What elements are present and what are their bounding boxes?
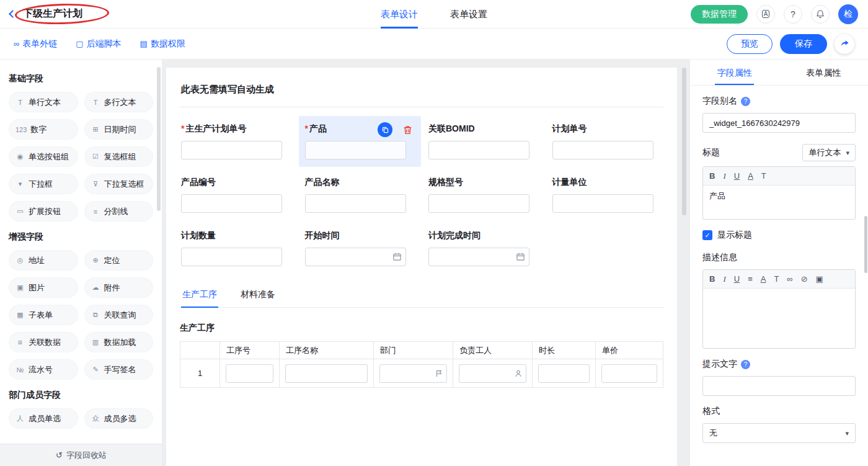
field-product-name-input[interactable] — [305, 194, 406, 213]
sidebar-item-data-load[interactable]: ▥数据加载 — [84, 332, 154, 352]
sidebar-item-signature[interactable]: ✎手写签名 — [84, 359, 154, 380]
field-product-code[interactable]: 产品编号 — [181, 177, 291, 213]
field-plan-qty-input[interactable] — [181, 248, 282, 266]
preview-button[interactable]: 预览 — [727, 34, 773, 54]
link-icon[interactable]: ∞ — [787, 274, 792, 284]
show-title-checkbox[interactable]: ✓ — [702, 230, 712, 240]
data-manage-button[interactable]: 数据管理 — [691, 5, 748, 24]
field-start-time-input[interactable] — [305, 248, 406, 266]
field-product-selected[interactable]: 产品 — [299, 116, 422, 167]
underline-icon[interactable]: U — [734, 171, 740, 181]
field-alias-input[interactable] — [702, 113, 856, 133]
sidebar-item-image[interactable]: ▣图片 — [9, 277, 78, 298]
tab-form-properties[interactable]: 表单属性 — [779, 60, 868, 85]
sidebar-item-checkbox-group[interactable]: ☑复选框组 — [84, 146, 154, 167]
unit-price-input[interactable] — [601, 364, 657, 383]
share-button[interactable] — [835, 34, 854, 54]
bold-icon[interactable]: B — [709, 171, 715, 181]
form-external-link[interactable]: ∞ 表单外链 — [14, 38, 57, 50]
sidebar-item-multi-line-text[interactable]: T多行文本 — [84, 92, 154, 112]
description-editor-content[interactable] — [703, 289, 855, 348]
notification-bell-icon[interactable] — [811, 5, 830, 24]
back-button[interactable] — [10, 11, 16, 17]
sidebar-item-number[interactable]: 123数字 — [9, 119, 78, 140]
field-bom-id[interactable]: 关联BOMID — [428, 123, 539, 159]
field-product-name[interactable]: 产品名称 — [305, 177, 415, 213]
canvas-scrollbar[interactable] — [682, 68, 686, 215]
sidebar-item-dropdown[interactable]: ▾下拉框 — [9, 174, 78, 194]
font-color-icon[interactable]: A — [748, 171, 753, 181]
field-plan-qty[interactable]: 计划数量 — [181, 230, 291, 266]
multi-dropdown-icon: ⊽ — [91, 180, 100, 188]
field-product-input[interactable] — [305, 141, 406, 159]
hint-text-input[interactable] — [702, 376, 856, 396]
field-bom-id-input[interactable] — [428, 141, 529, 159]
format-select[interactable]: 无 ▾ — [702, 423, 856, 443]
help-icon[interactable]: ? — [784, 5, 802, 24]
sidebar-item-divider[interactable]: ≡分割线 — [84, 201, 154, 222]
field-spec-model-input[interactable] — [428, 194, 529, 213]
sidebar-item-relation-query[interactable]: ⧉关联查询 — [84, 305, 154, 325]
field-spec-model[interactable]: 规格型号 — [428, 177, 539, 213]
alias-help-icon[interactable]: ? — [741, 97, 750, 106]
process-no-input[interactable] — [226, 364, 273, 383]
field-type-select[interactable]: 单行文本 ▾ — [802, 144, 856, 161]
unlink-icon[interactable]: ⊘ — [801, 274, 808, 284]
italic-icon[interactable]: I — [723, 171, 725, 181]
sidebar-item-location[interactable]: ⊕定位 — [84, 250, 154, 271]
sidebar-scrollbar[interactable] — [157, 67, 161, 211]
field-unit-input[interactable] — [552, 194, 653, 213]
title-editor-content[interactable]: 产品 — [703, 186, 855, 219]
field-plan-finish-time[interactable]: 计划完成时间 — [428, 230, 539, 266]
description-editor-toolbar: B I U ≡ A T ∞ ⊘ ▣ — [703, 270, 855, 289]
tab-form-design[interactable]: 表单设计 — [381, 0, 418, 29]
delete-field-icon[interactable] — [400, 122, 415, 137]
header-tabs: 表单设计 表单设置 — [365, 0, 503, 29]
hint-help-icon[interactable]: ? — [741, 360, 750, 369]
tab-material-prep[interactable]: 材料准备 — [239, 282, 277, 307]
field-plan-no[interactable]: 计划单号 — [552, 123, 663, 159]
underline-icon[interactable]: U — [734, 274, 740, 284]
sidebar-item-address[interactable]: ◎地址 — [9, 250, 78, 271]
field-recycle-bin[interactable]: ↺ 字段回收站 — [0, 444, 162, 466]
font-size-icon[interactable]: T — [761, 171, 766, 181]
data-permission-link[interactable]: ▤ 数据权限 — [140, 38, 185, 50]
sidebar-item-datetime[interactable]: ⊞日期时间 — [84, 119, 154, 140]
tab-production-process[interactable]: 生产工序 — [181, 282, 218, 307]
tab-form-settings[interactable]: 表单设置 — [450, 0, 487, 29]
field-unit[interactable]: 计量单位 — [552, 177, 663, 213]
process-name-input[interactable] — [285, 364, 368, 383]
sidebar-item-member-multi[interactable]: 众成员多选 — [84, 408, 154, 429]
field-product-code-input[interactable] — [181, 194, 282, 213]
sidebar-item-extend-button[interactable]: ▭扩展按钮 — [9, 201, 78, 222]
sidebar-item-multi-dropdown[interactable]: ⊽下拉复选框 — [84, 174, 154, 194]
backend-script-link[interactable]: ▢ 后端脚本 — [76, 38, 121, 50]
field-start-time[interactable]: 开始时间 — [305, 230, 415, 266]
save-button[interactable]: 保存 — [780, 34, 827, 54]
sidebar-item-subform[interactable]: ▦子表单 — [9, 305, 78, 325]
sidebar-item-attachment[interactable]: ☁附件 — [84, 277, 154, 298]
font-color-icon[interactable]: A — [761, 274, 766, 284]
sidebar-item-serial-number[interactable]: №流水号 — [9, 359, 78, 380]
field-main-plan-no-input[interactable] — [181, 141, 282, 159]
sidebar-item-radio-group[interactable]: ◉单选按钮组 — [9, 146, 78, 167]
insert-image-icon[interactable]: ▣ — [816, 274, 823, 284]
sidebar-item-single-line-text[interactable]: T单行文本 — [9, 92, 78, 112]
italic-icon[interactable]: I — [723, 274, 725, 284]
align-icon[interactable]: ≡ — [748, 274, 753, 284]
language-icon[interactable]: A — [756, 5, 775, 24]
inspector-scrollbar[interactable] — [864, 216, 867, 273]
copy-field-icon[interactable] — [378, 122, 392, 137]
bold-icon[interactable]: B — [709, 274, 715, 284]
tab-field-properties[interactable]: 字段属性 — [690, 60, 779, 85]
avatar[interactable]: 检 — [838, 4, 858, 24]
field-main-plan-no[interactable]: 主生产计划单号 — [181, 123, 291, 159]
field-plan-finish-time-input[interactable] — [428, 248, 529, 266]
duration-input[interactable] — [538, 364, 590, 383]
department-icon — [435, 369, 443, 378]
sidebar-item-relation-data[interactable]: ⧈关联数据 — [9, 332, 78, 352]
sidebar-item-member-single[interactable]: 人成员单选 — [9, 408, 78, 429]
font-size-icon[interactable]: T — [774, 274, 779, 284]
form-notice: 此表无需填写自动生成 — [180, 79, 663, 107]
field-plan-no-input[interactable] — [552, 141, 653, 159]
